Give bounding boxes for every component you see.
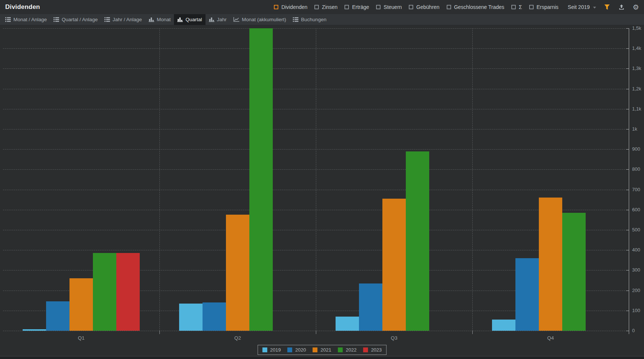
axis-tick-y-400 — [626, 250, 629, 250]
metric-label: Steuern — [384, 4, 402, 10]
toolbar-item-monat-anlage[interactable]: Monat / Anlage — [2, 14, 50, 25]
legend-label: 2020 — [295, 347, 306, 353]
legend-item-2019[interactable]: 2019 — [262, 347, 281, 353]
metric-toggle-ersparnis[interactable]: Ersparnis — [529, 4, 559, 10]
axis-tick-x-2 — [316, 331, 316, 334]
page-title: Dividenden — [5, 3, 40, 11]
bar-2022-Q4[interactable] — [562, 213, 586, 331]
bar-2022-Q1[interactable] — [93, 253, 116, 331]
toolbar-item-label: Monat — [157, 17, 171, 22]
metric-label: Σ — [519, 4, 522, 10]
axis-tick-y-600 — [626, 210, 629, 210]
checkbox[interactable] — [447, 5, 451, 9]
gridline-x-3 — [472, 28, 473, 331]
metric-toggle-geschlossene-trades[interactable]: Geschlossene Trades — [447, 4, 504, 10]
gridline-x-2 — [316, 28, 316, 331]
axis-tick-y-0 — [626, 331, 629, 331]
bar-chart-icon — [149, 17, 154, 22]
legend-item-2022[interactable]: 2022 — [338, 347, 356, 353]
bar-2019-Q2[interactable] — [179, 304, 203, 331]
metric-toggle-zinsen[interactable]: Zinsen — [314, 4, 337, 10]
bar-2021-Q2[interactable] — [226, 215, 249, 331]
legend-swatch — [363, 347, 368, 352]
bar-2020-Q1[interactable] — [46, 301, 69, 331]
metric-label: Zinsen — [322, 4, 337, 10]
settings-icon[interactable]: ⚙ — [632, 3, 640, 11]
bar-2020-Q4[interactable] — [515, 258, 539, 331]
metric-label: Geschlossene Trades — [454, 4, 504, 10]
bar-2022-Q2[interactable] — [249, 28, 273, 331]
legend-label: 2019 — [270, 347, 281, 353]
chevron-down-icon — [593, 7, 596, 9]
header: Dividenden DividendenZinsenErträgeSteuer… — [0, 0, 644, 14]
toolbar-item-label: Monat / Anlage — [13, 17, 47, 22]
bar-2019-Q4[interactable] — [492, 320, 515, 331]
checkbox[interactable] — [511, 5, 516, 9]
legend-item-2021[interactable]: 2021 — [313, 347, 331, 353]
bar-2022-Q3[interactable] — [406, 151, 429, 331]
filter-icon[interactable] — [603, 3, 611, 11]
toolbar-item-jahr[interactable]: Jahr — [206, 14, 230, 25]
bar-chart-icon — [177, 17, 183, 22]
checkbox[interactable] — [344, 5, 349, 9]
y-axis-label: 300 — [632, 267, 644, 273]
checkbox[interactable] — [274, 5, 278, 9]
y-axis-label: 200 — [632, 288, 644, 293]
bar-2021-Q4[interactable] — [539, 198, 562, 331]
axis-tick-y-1200 — [626, 89, 629, 89]
toolbar-item-monat[interactable]: Monat — [145, 14, 174, 25]
y-axis-label: 900 — [632, 146, 644, 152]
toolbar-item-buchungen[interactable]: Buchungen — [289, 14, 330, 25]
bar-2021-Q3[interactable] — [382, 199, 406, 331]
legend-item-2020[interactable]: 2020 — [288, 347, 306, 353]
y-axis-label: 1,4k — [632, 45, 644, 51]
view-toolbar: Monat / AnlageQuartal / AnlageJahr / Anl… — [0, 14, 644, 25]
gridline-x-1 — [159, 28, 160, 331]
toolbar-item-quartal[interactable]: Quartal — [174, 14, 205, 25]
metric-toggle-dividenden[interactable]: Dividenden — [274, 4, 307, 10]
legend-label: 2023 — [371, 347, 382, 353]
checkbox[interactable] — [409, 5, 413, 9]
axis-tick-y-1300 — [626, 68, 629, 69]
bar-2020-Q3[interactable] — [359, 283, 382, 331]
metric-label: Ersparnis — [537, 4, 559, 10]
x-axis-label-q1: Q1 — [59, 335, 104, 341]
y-axis-label: 500 — [632, 227, 644, 233]
legend-swatch — [262, 347, 267, 352]
checkbox[interactable] — [529, 5, 534, 9]
axis-tick-y-800 — [626, 169, 629, 170]
metric-toggle-geb-hren[interactable]: Gebühren — [409, 4, 439, 10]
toolbar-item-label: Quartal / Anlage — [62, 17, 98, 22]
axis-tick-y-300 — [626, 270, 629, 270]
metric-toggle-ertr-ge[interactable]: Erträge — [344, 4, 369, 10]
metric-toggle--[interactable]: Σ — [511, 4, 522, 10]
checkbox[interactable] — [376, 5, 381, 9]
y-axis-label: 1,3k — [632, 65, 644, 71]
toolbar-item-label: Buchungen — [301, 17, 326, 22]
bar-2021-Q1[interactable] — [69, 278, 93, 331]
bar-2020-Q2[interactable] — [203, 302, 226, 331]
axis-tick-y-1400 — [626, 48, 629, 49]
period-label: Seit 2019 — [568, 4, 590, 10]
export-icon[interactable] — [618, 3, 625, 11]
legend-label: 2021 — [321, 347, 331, 353]
x-axis-label-q2: Q2 — [216, 335, 260, 341]
checkbox[interactable] — [314, 5, 319, 9]
y-axis-label: 600 — [632, 207, 644, 212]
legend-item-2023[interactable]: 2023 — [363, 347, 382, 353]
period-selector[interactable]: Seit 2019 — [568, 4, 596, 10]
y-axis-label: 1,5k — [632, 25, 644, 31]
header-controls: DividendenZinsenErträgeSteuernGebührenGe… — [274, 3, 640, 11]
toolbar-item-jahr-anlage[interactable]: Jahr / Anlage — [101, 14, 145, 25]
legend-swatch — [338, 347, 343, 352]
metric-toggle-steuern[interactable]: Steuern — [376, 4, 402, 10]
window-bottom-edge — [0, 356, 644, 359]
legend-label: 2022 — [346, 347, 356, 353]
axis-tick-y-1000 — [626, 129, 629, 129]
bar-2019-Q3[interactable] — [336, 317, 359, 331]
toolbar-item-quartal-anlage[interactable]: Quartal / Anlage — [50, 14, 101, 25]
y-axis-label: 0 — [632, 328, 644, 333]
toolbar-item-monat-akkumuliert-[interactable]: Monat (akkumuliert) — [230, 14, 289, 25]
bar-2019-Q1[interactable] — [23, 329, 46, 331]
bar-2023-Q1[interactable] — [116, 253, 140, 331]
